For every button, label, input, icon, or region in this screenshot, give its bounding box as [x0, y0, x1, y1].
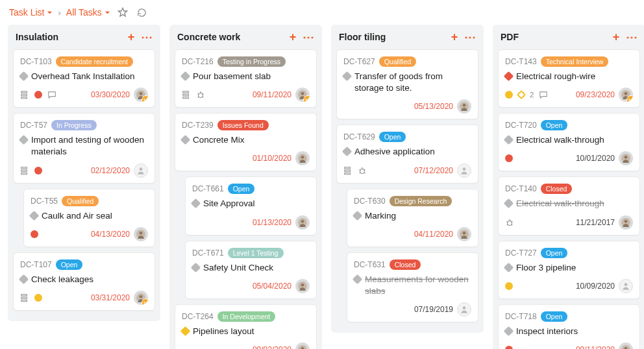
- add-card-button[interactable]: +: [449, 31, 460, 43]
- task-card[interactable]: DC-T661OpenSite Approval01/13/2020: [185, 176, 317, 235]
- task-card[interactable]: DC-T239Issues FoundConcrete Mix01/10/202…: [175, 113, 317, 171]
- card-title-row: Overhead Tank Installation: [20, 71, 148, 82]
- card-meta: [20, 90, 56, 99]
- svg-rect-33: [345, 170, 351, 171]
- assignee-avatar[interactable]: [457, 163, 471, 178]
- card-header: DC-T718Open: [505, 311, 633, 322]
- assignee-avatar[interactable]: [457, 227, 471, 241]
- task-card[interactable]: DC-T630Design ResearchMarking04/11/2020: [347, 189, 478, 247]
- card-header: DC-T239Issues Found: [182, 120, 310, 130]
- svg-point-19: [199, 93, 203, 98]
- card-header: DC-T103Candidate recruitment: [20, 56, 148, 67]
- favorite-button[interactable]: [116, 5, 130, 19]
- assignee-avatar[interactable]: [457, 99, 471, 114]
- task-id: DC-T727: [505, 248, 537, 258]
- task-id: DC-T264: [182, 312, 214, 321]
- svg-rect-34: [345, 173, 351, 174]
- task-title: Marking: [365, 210, 396, 222]
- card-meta: [505, 154, 513, 162]
- status-pill: Open: [56, 259, 83, 270]
- column-menu-button[interactable]: ⋯: [464, 31, 476, 43]
- assignee-avatar[interactable]: [295, 279, 310, 293]
- task-title: Safety Unit Check: [203, 262, 273, 274]
- task-card[interactable]: DC-T103Candidate recruitmentOverhead Tan…: [13, 49, 155, 108]
- column-menu-button[interactable]: ⋯: [626, 31, 638, 43]
- task-id: DC-T629: [343, 132, 375, 141]
- column-menu-button[interactable]: ⋯: [303, 31, 314, 43]
- assignee-avatar[interactable]: [134, 163, 148, 178]
- card-list: DC-T627QualifiedTransfer of goods from s…: [331, 49, 484, 326]
- avatar-count-badge: +1: [626, 95, 633, 102]
- bug-icon: [196, 90, 205, 99]
- card-title-row: Electrical walk-through: [505, 198, 633, 210]
- task-card[interactable]: DC-T55QualifiedCaulk and Air seal04/13/2…: [23, 189, 155, 247]
- svg-point-31: [463, 104, 466, 107]
- task-title: Electrical walk-through: [516, 134, 604, 146]
- column-title: Floor tiling: [339, 32, 449, 42]
- task-title: Measurements for wooden slabs: [365, 274, 471, 297]
- status-pill: In Development: [217, 311, 276, 322]
- avatar-count-badge: +1: [142, 298, 148, 305]
- card-header: DC-T57In Progress: [20, 120, 148, 130]
- refresh-button[interactable]: [135, 5, 149, 19]
- breadcrumb-label: Task List: [9, 7, 44, 18]
- svg-rect-17: [183, 94, 189, 95]
- task-card[interactable]: DC-T143Technical InterviewElectrical rou…: [498, 49, 640, 108]
- svg-point-15: [140, 295, 143, 298]
- task-title: Concrete Mix: [193, 134, 245, 146]
- breadcrumb-alltasks[interactable]: All Tasks: [66, 7, 110, 18]
- task-card[interactable]: DC-T631ClosedMeasurements for wooden sla…: [347, 252, 478, 322]
- card-header: DC-T216Testing in Progress: [182, 56, 310, 67]
- breadcrumb-tasklist[interactable]: Task List: [9, 7, 53, 18]
- card-footer: 10/09/2020: [505, 279, 633, 293]
- card-title-row: Site Approval: [192, 198, 310, 210]
- add-card-button[interactable]: +: [125, 31, 137, 43]
- task-card[interactable]: DC-T216Testing in ProgressPour basement …: [175, 49, 317, 108]
- assignee-avatar[interactable]: [134, 227, 148, 241]
- add-card-button[interactable]: +: [610, 31, 622, 43]
- task-card[interactable]: DC-T720OpenElectrical walk-through10/01/…: [498, 113, 640, 171]
- assignee-avatar[interactable]: [619, 343, 633, 349]
- priority-diamond-icon: [504, 326, 514, 337]
- assignee-avatar[interactable]: +1: [619, 88, 633, 102]
- card-footer: 05/04/2020: [192, 279, 310, 293]
- svg-point-39: [463, 307, 466, 310]
- column-header: PDF+⋯: [493, 25, 644, 49]
- card-header: DC-T720Open: [505, 120, 633, 130]
- card-meta: [343, 166, 367, 175]
- assignee-avatar[interactable]: +3: [295, 88, 310, 102]
- card-list: DC-T216Testing in ProgressPour basement …: [169, 49, 322, 349]
- person-icon: [460, 305, 469, 314]
- assignee-avatar[interactable]: +1: [134, 291, 148, 305]
- card-footer: 07/12/2020: [343, 163, 471, 178]
- status-pill: Open: [541, 120, 568, 130]
- assignee-avatar[interactable]: [619, 151, 633, 165]
- task-card[interactable]: DC-T671Level 1 TestingSafety Unit Check0…: [185, 241, 317, 299]
- task-card[interactable]: DC-T264In DevelopmentPipelines layout09/…: [175, 304, 317, 349]
- task-card[interactable]: DC-T57In ProgressImport and testing of w…: [13, 113, 155, 183]
- card-footer: 07/19/2019: [354, 302, 471, 317]
- assignee-avatar[interactable]: +2: [134, 88, 148, 102]
- task-card[interactable]: DC-T627QualifiedTransfer of goods from s…: [336, 49, 478, 119]
- assignee-avatar[interactable]: [457, 302, 471, 317]
- svg-point-8: [140, 167, 143, 171]
- task-card[interactable]: DC-T107OpenCheck leakages03/31/2020+1: [13, 252, 155, 311]
- add-card-button[interactable]: +: [287, 31, 299, 43]
- task-card[interactable]: DC-T727OpenFloor 3 pipeline10/09/2020: [498, 241, 640, 299]
- due-date: 02/12/2020: [91, 166, 130, 175]
- assignee-avatar[interactable]: [295, 151, 310, 165]
- assignee-avatar[interactable]: [619, 215, 633, 230]
- status-pill: Closed: [390, 259, 421, 270]
- card-title-row: Pipelines layout: [182, 326, 310, 337]
- card-meta: [182, 90, 205, 99]
- column-menu-button[interactable]: ⋯: [141, 31, 153, 43]
- task-card[interactable]: DC-T718OpenInspect interiors09/11/2020: [498, 304, 640, 349]
- assignee-avatar[interactable]: [619, 279, 633, 293]
- task-card[interactable]: DC-T629OpenAdhesive application07/12/202…: [336, 125, 478, 183]
- assignee-avatar[interactable]: [295, 215, 310, 230]
- due-date: 01/13/2020: [253, 218, 291, 227]
- assignee-avatar[interactable]: +2: [295, 343, 310, 349]
- status-pill: Qualified: [379, 56, 416, 67]
- task-card[interactable]: DC-T140ClosedElectrical walk-through11/2…: [498, 176, 640, 235]
- card-footer: 03/31/2020+1: [20, 291, 148, 305]
